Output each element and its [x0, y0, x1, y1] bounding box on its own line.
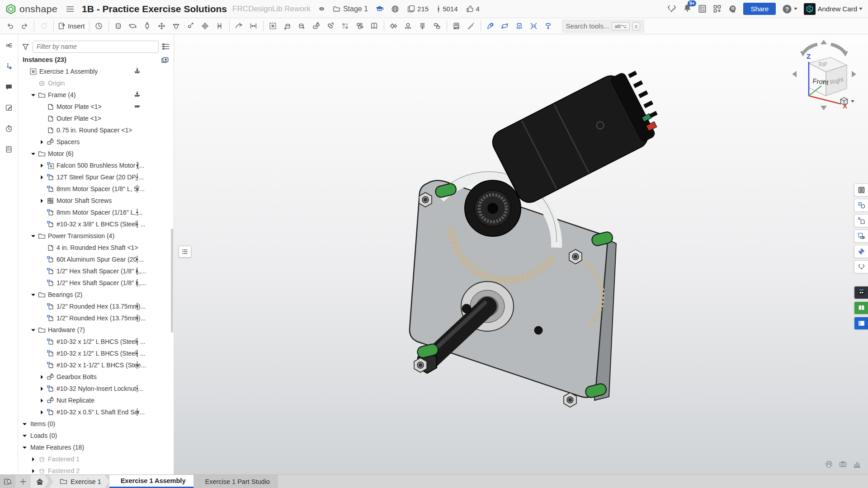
tree-item[interactable]: Frame (4): [18, 89, 174, 101]
tree-item[interactable]: Hardware (7): [18, 324, 174, 336]
print-icon[interactable]: [825, 460, 833, 468]
chevron-right-icon[interactable]: [38, 197, 46, 205]
explode-button[interactable]: [512, 19, 527, 33]
tree-item[interactable]: Fastened 2: [18, 465, 174, 474]
tree-item[interactable]: 1/2" Hex Shaft Spacer (1/8" L,...: [18, 277, 174, 289]
tree-item[interactable]: 8mm Motor Spacer (1/8" L, 5/...: [18, 183, 174, 195]
history-button[interactable]: [92, 19, 106, 33]
chevron-right-icon[interactable]: [29, 455, 37, 463]
tree-item[interactable]: #10-32 x 1/2" L BHCS (Steel, ...: [18, 336, 174, 347]
forks-stat[interactable]: 5014: [437, 5, 458, 13]
rack-pinion-relation-button[interactable]: [401, 19, 415, 33]
tree-scrollbar[interactable]: [171, 229, 173, 333]
tree-item[interactable]: 12T Steel Spur Gear (20 DP, ...: [18, 171, 174, 183]
app-store-panel-button[interactable]: [854, 245, 868, 258]
follow-panel-button[interactable]: [2, 59, 16, 73]
chevron-right-icon[interactable]: [38, 174, 46, 181]
chevron-down-icon[interactable]: [29, 326, 37, 334]
chevron-down-icon[interactable]: [21, 444, 28, 451]
structure-panel-button[interactable]: [2, 38, 16, 52]
named-positions-button[interactable]: [309, 19, 324, 33]
tree-item[interactable]: Origin: [18, 77, 174, 89]
notes-panel-button[interactable]: [2, 100, 16, 115]
animate-button[interactable]: [498, 19, 512, 33]
mate-fastened-button[interactable]: [111, 19, 126, 33]
learning-center-icon[interactable]: [728, 5, 737, 14]
document-location[interactable]: Stage 1: [333, 5, 368, 13]
robot-app-panel-button[interactable]: [854, 286, 868, 299]
chevron-right-icon[interactable]: [29, 467, 37, 475]
tree-item[interactable]: Motor Plate <1>: [18, 101, 174, 113]
measure-button[interactable]: [464, 19, 478, 33]
mate-ball-button[interactable]: [169, 19, 184, 33]
mate-tangent-button[interactable]: [232, 19, 246, 33]
new-tab-button[interactable]: [15, 475, 31, 488]
tree-item[interactable]: #10-32 x 1-1/2" L BHCS (Stee...: [18, 359, 174, 371]
view-mode-button[interactable]: [840, 97, 854, 106]
tree-item[interactable]: Bearings (2): [18, 289, 174, 300]
api-explorer-panel-button[interactable]: [854, 260, 868, 273]
share-link-icon[interactable]: [318, 5, 326, 13]
tree-item[interactable]: Power Transmission (4): [18, 230, 174, 242]
collapse-explode-button[interactable]: [527, 19, 541, 33]
camera-icon[interactable]: [839, 460, 847, 468]
duplicate-instance-button[interactable]: [324, 19, 338, 33]
mate-planar-button[interactable]: [155, 19, 169, 33]
tree-item[interactable]: Spacers: [18, 136, 174, 148]
tree-item[interactable]: Nut Replicate: [18, 394, 174, 406]
explode-menu-button[interactable]: [541, 19, 556, 33]
comments-panel-button[interactable]: [2, 80, 16, 94]
chevron-right-icon[interactable]: [38, 397, 46, 404]
guide-app-panel-button[interactable]: [854, 301, 868, 314]
tab-exercise-1[interactable]: Exercise 1: [49, 475, 109, 488]
chevron-right-icon[interactable]: [38, 373, 46, 381]
create-subassembly-button[interactable]: [280, 19, 295, 33]
feature-list-panel-button[interactable]: [854, 183, 868, 197]
chevron-down-icon[interactable]: [29, 91, 37, 99]
tree-item[interactable]: Mate Features (18): [18, 441, 174, 453]
search-tools-box[interactable]: Search tools... alt/⌥ c: [562, 20, 645, 33]
3d-viewport[interactable]: Z X Y Top Front Right: [174, 34, 868, 474]
chevron-down-icon[interactable]: [29, 150, 37, 158]
feature-script-check-icon[interactable]: [667, 5, 677, 14]
bom-panel-button[interactable]: [854, 199, 868, 212]
sync-button[interactable]: [37, 19, 51, 33]
configuration-panel-button[interactable]: [854, 230, 868, 243]
tree-item[interactable]: Exercise 1 Assembly: [18, 66, 174, 77]
copies-stat[interactable]: 215: [407, 5, 429, 13]
split-view-app-panel-button[interactable]: [854, 317, 868, 330]
likes-stat[interactable]: 4: [466, 5, 480, 13]
mate-parallel-button[interactable]: [212, 19, 227, 33]
mate-cylindrical-button[interactable]: [198, 19, 212, 33]
tree-item[interactable]: 1/2" Rounded Hex (13.75mm)...: [18, 300, 174, 312]
tasks-icon[interactable]: [698, 5, 707, 13]
mate-pin-slot-button[interactable]: [184, 19, 198, 33]
mate-revolute-button[interactable]: [126, 19, 140, 33]
chevron-down-icon[interactable]: [29, 232, 37, 240]
snapshot-tool-button[interactable]: [483, 19, 498, 33]
tree-item[interactable]: #10-32 x 1/2" L BHCS (Steel, ...: [18, 347, 174, 359]
tab-exercise-1-part-studio[interactable]: Exercise 1 Part Studio: [193, 475, 278, 488]
tree-item[interactable]: #10-32 Nylon-Insert Locknut ...: [18, 383, 174, 394]
mate-slider-button[interactable]: [140, 19, 155, 33]
tree-item[interactable]: #10-32 x 0.5" L Shaft End Scr...: [18, 406, 174, 418]
belt-relation-button[interactable]: [430, 19, 444, 33]
tree-item[interactable]: 1/2" Hex Shaft Spacer (1/8" L,...: [18, 265, 174, 277]
tree-item[interactable]: Loads (0): [18, 430, 174, 441]
mate-width-button[interactable]: [246, 19, 261, 33]
group-parts-button[interactable]: [266, 19, 280, 33]
edit-in-context-button[interactable]: [295, 19, 309, 33]
chevron-right-icon[interactable]: [38, 138, 46, 146]
share-button[interactable]: Share: [743, 3, 776, 15]
tree-item[interactable]: Outer Plate <1>: [18, 113, 174, 124]
tree-item[interactable]: 60t Aluminum Spur Gear (20 ...: [18, 253, 174, 265]
tree-item[interactable]: 8mm Motor Spacer (1/16" L, ...: [18, 206, 174, 218]
tree-item[interactable]: 1/2" Rounded Hex (13.75mm)...: [18, 312, 174, 324]
linear-pattern-button[interactable]: [338, 19, 353, 33]
list-view-icon[interactable]: [162, 42, 170, 51]
stats-icon[interactable]: [853, 460, 861, 468]
filter-input[interactable]: [33, 41, 159, 53]
chevron-right-icon[interactable]: [38, 162, 46, 169]
main-menu-icon[interactable]: [66, 5, 75, 14]
user-menu[interactable]: Andrew Card: [804, 3, 863, 15]
